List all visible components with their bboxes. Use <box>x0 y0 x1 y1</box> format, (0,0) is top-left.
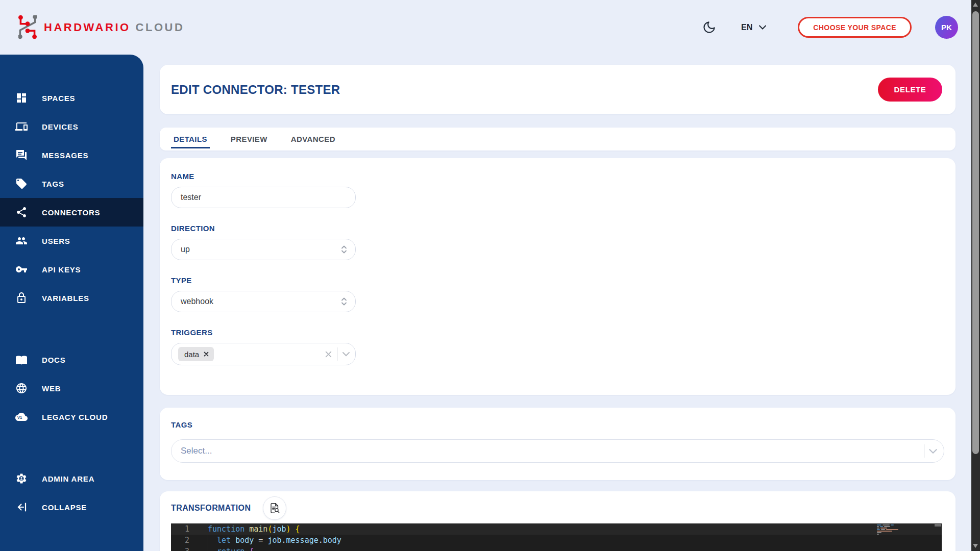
delete-button[interactable]: DELETE <box>878 78 942 102</box>
code-line: 3 return { <box>171 546 942 551</box>
divider <box>337 347 337 361</box>
brand-name: HARDWARIO <box>44 21 131 34</box>
tab-details[interactable]: DETAILS <box>171 132 210 148</box>
tags-placeholder: Select... <box>181 446 212 456</box>
triggers-field-group: TRIGGERS data <box>171 328 944 365</box>
messages-icon <box>15 149 28 161</box>
lock-icon <box>15 292 28 304</box>
main-content: EDIT CONNECTOR: TESTER DELETE DETAILS PR… <box>143 55 980 551</box>
brand-suffix: CLOUD <box>136 21 185 34</box>
share-icon <box>15 206 28 218</box>
collapse-icon <box>15 501 28 513</box>
sidebar-item-docs[interactable]: DOCS <box>0 345 143 374</box>
transformation-preview-button[interactable] <box>263 496 286 520</box>
divider <box>924 444 924 458</box>
chevron-down-icon[interactable] <box>928 448 938 454</box>
connector-details-card: NAME tester DIRECTION up TYPE webhook <box>160 158 955 395</box>
sidebar-item-connectors[interactable]: CONNECTORS <box>0 198 143 227</box>
user-avatar[interactable]: PK <box>935 16 958 39</box>
tag-icon <box>15 178 28 190</box>
sidebar-item-users[interactable]: USERS <box>0 227 143 255</box>
editor-minimap[interactable] <box>877 524 902 535</box>
clear-icon[interactable] <box>325 350 332 358</box>
triggers-label: TRIGGERS <box>171 328 944 338</box>
direction-select[interactable]: up <box>171 239 356 260</box>
code-line: 2 let body = job.message.body <box>171 535 942 546</box>
language-selector[interactable]: EN <box>741 23 766 32</box>
scrollbar-thumb[interactable] <box>972 11 979 454</box>
transformation-card: TRANSFORMATION 1function main(job) { <box>160 491 955 551</box>
tags-select[interactable]: Select... <box>171 439 944 463</box>
type-field-group: TYPE webhook <box>171 276 944 312</box>
choose-your-space-button[interactable]: CHOOSE YOUR SPACE <box>798 17 912 38</box>
sidebar-item-devices[interactable]: DEVICES <box>0 112 143 141</box>
name-value: tester <box>181 193 201 202</box>
trigger-chip: data <box>178 347 214 361</box>
type-select[interactable]: webhook <box>171 291 356 312</box>
sidebar-item-collapse[interactable]: COLLAPSE <box>0 493 143 521</box>
unfold-more-icon <box>341 297 347 306</box>
sidebar-item-web[interactable]: WEB <box>0 374 143 403</box>
transformation-label: TRANSFORMATION <box>171 503 251 513</box>
scroll-up-arrow[interactable] <box>973 3 978 7</box>
svg-text:V1: V1 <box>17 415 22 420</box>
language-code: EN <box>741 23 752 32</box>
dashboard-icon <box>15 92 28 104</box>
sidebar-item-admin-area[interactable]: ADMIN AREA <box>0 464 143 493</box>
sidebar-item-variables[interactable]: VARIABLES <box>0 284 143 312</box>
connector-title-card: EDIT CONNECTOR: TESTER DELETE <box>160 65 955 114</box>
tags-label: TAGS <box>171 420 944 430</box>
name-label: NAME <box>171 171 944 182</box>
tab-advanced[interactable]: ADVANCED <box>288 132 338 148</box>
chevron-down-icon <box>759 25 766 30</box>
brand-logo[interactable]: HARDWARIOCLOUD <box>18 15 184 39</box>
users-icon <box>15 235 28 247</box>
unfold-more-icon <box>341 245 347 254</box>
book-icon <box>15 354 28 366</box>
name-field-group: NAME tester <box>171 171 944 208</box>
moon-icon <box>702 20 716 34</box>
sidebar-item-api-keys[interactable]: API KEYS <box>0 255 143 284</box>
trigger-chip-label: data <box>184 350 199 359</box>
type-value: webhook <box>181 297 213 306</box>
code-editor[interactable]: 1function main(job) { 2 let body = job.m… <box>171 523 942 551</box>
top-header: HARDWARIOCLOUD EN CHOOSE YOUR SPACE PK <box>0 0 980 55</box>
scroll-down-arrow[interactable] <box>973 544 978 548</box>
direction-field-group: DIRECTION up <box>171 223 944 260</box>
sidebar-item-tags[interactable]: TAGS <box>0 169 143 198</box>
hardwario-logo-icon <box>18 15 37 39</box>
dark-mode-toggle[interactable] <box>701 20 717 35</box>
chip-remove-icon[interactable] <box>204 352 209 357</box>
sidebar-item-messages[interactable]: MESSAGES <box>0 141 143 169</box>
triggers-multiselect[interactable]: data <box>171 343 356 365</box>
tab-bar: DETAILS PREVIEW ADVANCED <box>160 128 955 151</box>
sidebar-nav: SPACES DEVICES MESSAGES TAGS CONNECTORS <box>0 55 143 551</box>
tags-card: TAGS Select... <box>160 408 955 480</box>
tab-preview[interactable]: PREVIEW <box>228 132 270 148</box>
page-title: EDIT CONNECTOR: TESTER <box>171 83 340 97</box>
code-line: 1function main(job) { <box>171 523 942 535</box>
cloud-v1-icon: V1 <box>15 411 28 423</box>
globe-icon <box>15 382 28 394</box>
type-label: TYPE <box>171 276 944 286</box>
key-icon <box>15 263 28 276</box>
page-scrollbar[interactable] <box>971 0 980 551</box>
direction-label: DIRECTION <box>171 223 944 234</box>
devices-icon <box>15 120 28 133</box>
chevron-down-icon[interactable] <box>342 352 350 357</box>
sidebar-item-spaces[interactable]: SPACES <box>0 84 143 112</box>
editor-scrollbar-thumb[interactable] <box>935 524 941 527</box>
sidebar-item-legacy-cloud[interactable]: V1 LEGACY CLOUD <box>0 403 143 431</box>
admin-gear-icon <box>15 472 28 485</box>
name-input[interactable]: tester <box>171 187 356 208</box>
document-search-icon <box>269 503 280 514</box>
direction-value: up <box>181 245 190 254</box>
